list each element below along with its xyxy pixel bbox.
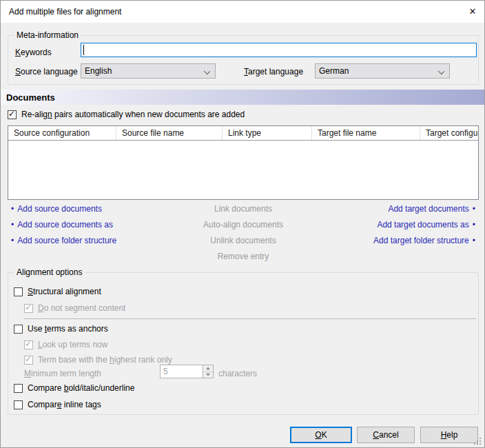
label-part: D <box>38 303 44 313</box>
column-header-link-type[interactable]: Link type <box>223 126 312 140</box>
label-part: O <box>315 430 321 440</box>
spin-up-icon <box>206 367 210 369</box>
label-part: Compare <box>28 383 64 393</box>
compare-bold-italic-underline-checkbox[interactable] <box>14 384 23 393</box>
label-part: ource language <box>21 67 78 77</box>
auto-align-documents-action: Auto-align documents <box>203 220 283 230</box>
action-cell: Add target folder structure • <box>307 232 479 248</box>
structural-alignment-checkbox[interactable] <box>14 287 23 296</box>
term-base-row: ✓ Term base with the highest rank only <box>24 355 172 365</box>
bullet-icon: • <box>473 204 475 214</box>
chevron-down-icon <box>204 68 210 74</box>
dialog-title: Add multiple files for alignment <box>9 7 121 17</box>
documents-table-body[interactable] <box>8 141 478 200</box>
label-part: arget language <box>248 67 303 77</box>
document-actions: • Add source documents Link documents Ad… <box>8 201 479 264</box>
label-part: eywords <box>21 48 52 57</box>
alignment-options-group-label: Alignment options <box>14 267 85 278</box>
column-header-target-configuration[interactable]: Target configuration <box>420 126 478 140</box>
resize-grip[interactable] <box>474 438 482 445</box>
label-part: S <box>15 67 21 77</box>
documents-table: Source configuration Source file name Li… <box>8 125 479 200</box>
spinner-buttons <box>203 365 213 378</box>
action-cell: Add target documents • <box>307 201 479 216</box>
bullet-icon: • <box>473 236 475 245</box>
minimum-term-length-value: 5 <box>161 365 203 378</box>
unlink-documents-action: Unlink documents <box>210 236 276 245</box>
action-cell: • Add source documents <box>8 201 180 216</box>
structural-alignment-label: Structural alignment <box>28 287 101 296</box>
compare-inline-tags-label: Compare inline tags <box>28 400 101 409</box>
check-icon: ✓ <box>8 110 15 119</box>
label-part: K <box>322 430 327 440</box>
use-terms-as-anchors-checkbox[interactable] <box>14 325 23 334</box>
label-part: old/italic/underline <box>68 383 134 393</box>
term-base-highest-rank-checkbox: ✓ <box>24 356 33 365</box>
label-part: K <box>15 48 21 57</box>
bullet-icon: • <box>11 204 14 214</box>
meta-information-group: Meta-information Keywords Source languag… <box>8 35 479 85</box>
source-language-select[interactable]: English <box>81 63 216 79</box>
label-part: elp <box>446 430 457 440</box>
label-part: L <box>38 340 43 349</box>
spin-up-button <box>203 365 213 372</box>
label-part: M <box>24 369 31 378</box>
add-source-documents-link[interactable]: Add source documents <box>17 204 102 214</box>
source-language-value: English <box>85 66 112 76</box>
documents-section-title: Documents <box>1 92 55 103</box>
compare-bold-italic-underline-label: Compare bold/italic/underline <box>28 383 134 393</box>
realign-checkbox-label: Re-align pairs automatically when new do… <box>21 110 245 119</box>
compare-inline-tags-row: Compare inline tags <box>14 400 101 409</box>
keywords-input[interactable] <box>81 43 477 57</box>
add-target-folder-structure-link[interactable]: Add target folder structure <box>373 236 469 245</box>
close-button[interactable]: ✕ <box>461 1 484 21</box>
look-up-terms-row: ✓ Look up terms now <box>24 340 107 349</box>
add-source-documents-as-link[interactable]: Add source documents as <box>17 220 113 230</box>
structural-alignment-row: Structural alignment <box>14 287 101 296</box>
minimum-term-length-stepper: 5 <box>160 365 214 378</box>
text-caret <box>83 45 84 55</box>
action-cell: Unlink documents <box>180 232 307 248</box>
label-part: h <box>110 355 114 365</box>
add-multiple-files-dialog: Add multiple files for alignment ✕ Meta-… <box>0 0 485 448</box>
label-part: Term base with the <box>38 355 110 365</box>
ok-button[interactable]: OK <box>290 427 352 443</box>
action-cell: • Add source folder structure <box>8 232 180 248</box>
target-language-value: German <box>319 66 349 76</box>
column-header-source-file-name[interactable]: Source file name <box>116 126 223 140</box>
label-part: ook up terms now <box>43 340 108 349</box>
do-not-segment-checkbox: ✓ <box>24 304 33 313</box>
label-part: pairs automatically when new documents a… <box>52 110 245 119</box>
realign-checkbox[interactable]: ✓ <box>8 110 17 119</box>
add-target-documents-link[interactable]: Add target documents <box>388 204 468 214</box>
help-button[interactable]: Help <box>420 427 478 443</box>
column-header-target-file-name[interactable]: Target file name <box>312 126 420 140</box>
check-icon: ✓ <box>25 303 32 312</box>
label-part: inimum term length <box>31 369 101 378</box>
options-divider <box>24 318 476 319</box>
cancel-button[interactable]: Cancel <box>357 427 415 443</box>
compare-inline-tags-checkbox[interactable] <box>14 400 23 409</box>
column-header-source-configuration[interactable]: Source configuration <box>8 126 116 140</box>
characters-unit-label: characters <box>218 369 257 378</box>
term-base-highest-rank-label: Term base with the highest rank only <box>38 355 172 365</box>
add-target-documents-as-link[interactable]: Add target documents as <box>377 220 468 230</box>
bullet-icon: • <box>11 236 14 245</box>
action-cell <box>307 248 479 264</box>
look-up-terms-now-label: Look up terms now <box>38 340 107 349</box>
compare-bold-row: Compare bold/italic/underline <box>14 383 134 393</box>
add-source-folder-structure-link[interactable]: Add source folder structure <box>17 236 116 245</box>
label-part: tructural alignment <box>33 287 101 296</box>
remove-entry-action: Remove entry <box>218 252 269 261</box>
documents-section-header: Documents <box>1 90 485 105</box>
documents-table-header: Source configuration Source file name Li… <box>8 126 478 141</box>
alignment-options-group: Alignment options Structural alignment ✓… <box>8 272 479 415</box>
action-cell: • Add source documents as <box>8 216 180 232</box>
action-cell: Remove entry <box>180 248 307 264</box>
use-terms-row: Use terms as anchors <box>14 324 108 334</box>
label-part: S <box>28 287 33 296</box>
action-cell <box>8 248 180 264</box>
bullet-icon: • <box>11 220 14 230</box>
target-language-select[interactable]: German <box>315 63 450 79</box>
label-part: n <box>48 110 52 119</box>
